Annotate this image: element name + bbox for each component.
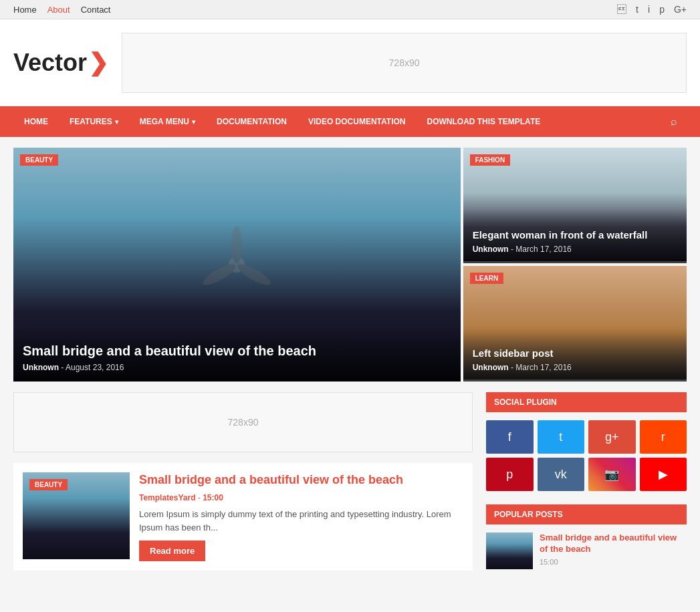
featured-side1-caption: Elegant woman in front of a waterfall Un… [463, 209, 687, 263]
popular-post-thumbnail [486, 532, 533, 569]
popular-post-info: Small bridge and a beautiful view of the… [540, 532, 687, 566]
popular-posts-section: POPULAR POSTS Small bridge and a beautif… [486, 504, 687, 569]
facebook-icon: f [508, 430, 511, 444]
vk-button[interactable]: vk [538, 458, 585, 491]
popular-posts-title: POPULAR POSTS [486, 504, 687, 524]
popular-post-title[interactable]: Small bridge and a beautiful view of the… [540, 532, 687, 555]
main-content: 728x90 BEAUTY Small bridge and a beautif… [13, 392, 473, 583]
logo-arrow: ❯ [88, 49, 108, 77]
article-thumbnail: BEAUTY [23, 472, 130, 559]
instagram-icon: 📷 [604, 467, 619, 482]
svg-point-2 [235, 261, 273, 289]
twitter-icon[interactable]: t [636, 4, 638, 15]
top-navigation: Home About Contact  t i p G+ [0, 0, 700, 19]
vk-icon: vk [555, 468, 567, 482]
social-plugin-section: SOCIAL PLUGIN f t g+ r p vk [486, 392, 687, 491]
featured-main-meta: Unknown - August 23, 2016 [23, 363, 451, 372]
pinterest-button[interactable]: p [486, 458, 534, 491]
article-time: 15:00 [203, 493, 223, 502]
featured-grid: BEAUTY Small bridge and a beautiful view… [13, 148, 687, 381]
popular-post-time: 15:00 [540, 558, 687, 566]
featured-side-article-2[interactable]: LEARN Left sidebar post Unknown - March … [463, 266, 687, 381]
nav-about[interactable]: About [47, 5, 70, 15]
instagram-icon[interactable]: i [648, 4, 650, 15]
facebook-button[interactable]: f [486, 420, 534, 454]
youtube-icon: ▶ [659, 467, 668, 482]
instagram-button[interactable]: 📷 [588, 458, 636, 491]
googleplus-icon: g+ [605, 430, 619, 444]
svg-point-3 [201, 261, 238, 289]
googleplus-icon[interactable]: G+ [674, 4, 687, 15]
ad-banner-label: 728x90 [389, 57, 420, 68]
nav-contact[interactable]: Contact [81, 5, 111, 15]
read-more-button[interactable]: Read more [139, 541, 205, 561]
featured-side2-title: Left sidebar post [473, 347, 677, 359]
googleplus-button[interactable]: g+ [588, 420, 636, 454]
pinterest-icon[interactable]: p [659, 4, 665, 15]
article-card: BEAUTY Small bridge and a beautiful view… [13, 463, 473, 571]
category-badge: LEARN [470, 273, 503, 284]
featured-main-caption: Small bridge and a beautiful view of the… [13, 323, 461, 381]
top-social-icons:  t i p G+ [617, 4, 687, 15]
twitter-button[interactable]: t [538, 420, 585, 454]
svg-point-1 [231, 226, 242, 263]
facebook-icon[interactable]:  [617, 4, 626, 15]
article-category-badge: BEAUTY [29, 479, 68, 490]
logo-text: Vector [13, 49, 87, 77]
pinterest-icon: p [506, 468, 513, 482]
nav-video-documentation[interactable]: VIDEO DOCUMENTATION [298, 108, 417, 136]
article-meta: TemplatesYard - 15:00 [139, 493, 463, 502]
youtube-button[interactable]: ▶ [640, 458, 687, 491]
nav-features[interactable]: FEATURES ▾ [59, 108, 129, 136]
search-icon[interactable]: ⌕ [661, 106, 687, 137]
category-badge: FASHION [470, 154, 510, 166]
article-info: Small bridge and a beautiful view of the… [139, 472, 463, 561]
article-excerpt: Lorem Ipsum is simply dummy text of the … [139, 508, 463, 534]
twitter-icon: t [559, 430, 562, 444]
popular-post-item: Small bridge and a beautiful view of the… [486, 532, 687, 569]
top-nav-links: Home About Contact [13, 5, 110, 15]
chevron-down-icon: ▾ [115, 118, 118, 126]
reddit-icon: r [661, 430, 665, 444]
article-author: TemplatesYard [139, 493, 195, 502]
nav-download-template[interactable]: DOWNLOAD THIS TEMPLATE [416, 108, 551, 136]
nav-home[interactable]: HOME [13, 108, 59, 136]
content-ad-banner: 728x90 [13, 392, 473, 452]
site-logo[interactable]: Vector❯ [13, 49, 108, 77]
featured-side1-meta: Unknown - March 17, 2016 [473, 245, 677, 254]
featured-side2-caption: Left sidebar post Unknown - March 17, 20… [463, 327, 687, 381]
header: Vector❯ 728x90 [0, 19, 700, 106]
featured-side-column: FASHION Elegant woman in front of a wate… [463, 148, 687, 381]
header-ad-banner: 728x90 [122, 33, 687, 93]
content-ad-label: 728x90 [228, 417, 259, 428]
featured-side1-title: Elegant woman in front of a waterfall [473, 229, 677, 241]
nav-home[interactable]: Home [13, 5, 37, 15]
featured-side-article-1[interactable]: FASHION Elegant woman in front of a wate… [463, 148, 687, 263]
featured-side2-meta: Unknown - March 17, 2016 [473, 363, 677, 372]
content-area: 728x90 BEAUTY Small bridge and a beautif… [13, 392, 687, 583]
nav-documentation[interactable]: DOCUMENTATION [206, 108, 298, 136]
social-plugin-title: SOCIAL PLUGIN [486, 392, 687, 412]
category-badge: BEAUTY [20, 154, 58, 166]
featured-main-title: Small bridge and a beautiful view of the… [23, 343, 451, 359]
social-grid: f t g+ r p vk 📷 [486, 420, 687, 491]
main-navigation: HOME FEATURES ▾ MEGA MENU ▾ DOCUMENTATIO… [0, 106, 700, 137]
featured-main-article[interactable]: BEAUTY Small bridge and a beautiful view… [13, 148, 461, 381]
chevron-down-icon: ▾ [192, 118, 195, 126]
reddit-button[interactable]: r [640, 420, 687, 454]
article-title[interactable]: Small bridge and a beautiful view of the… [139, 472, 463, 488]
nav-mega-menu[interactable]: MEGA MENU ▾ [129, 108, 206, 136]
sidebar: SOCIAL PLUGIN f t g+ r p vk [486, 392, 687, 583]
